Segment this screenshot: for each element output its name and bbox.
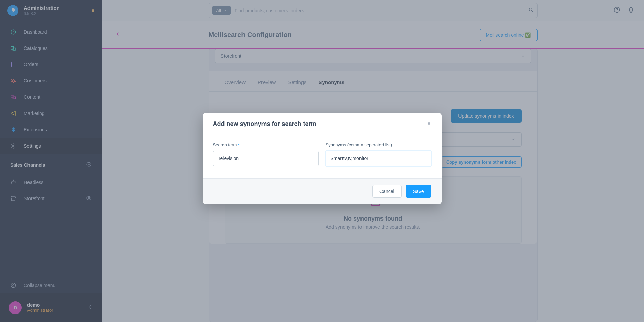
search-term-field: Search term * [213, 142, 319, 166]
required-mark: * [238, 142, 240, 147]
synonyms-field: Synonyms (comma seperated list) [326, 142, 431, 166]
modal-backdrop: Add new synonyms for search term Search … [0, 0, 644, 322]
cancel-button[interactable]: Cancel [372, 185, 402, 198]
modal-title: Add new synonyms for search term [213, 120, 316, 128]
search-term-input[interactable] [213, 151, 319, 166]
synonyms-label: Synonyms (comma seperated list) [326, 142, 431, 147]
close-icon[interactable] [427, 121, 431, 127]
add-synonyms-modal: Add new synonyms for search term Search … [203, 113, 442, 204]
synonyms-input[interactable] [326, 151, 431, 166]
modal-body: Search term * Synonyms (comma seperated … [203, 134, 442, 178]
search-term-label: Search term * [213, 142, 319, 147]
modal-header: Add new synonyms for search term [203, 113, 442, 134]
save-button[interactable]: Save [406, 185, 431, 198]
modal-footer: Cancel Save [203, 178, 442, 204]
